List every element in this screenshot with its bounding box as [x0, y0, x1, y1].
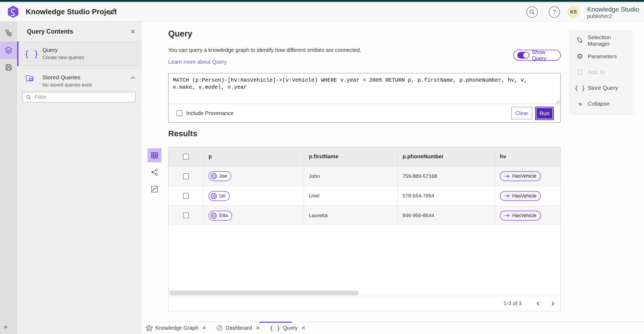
results-title: Results [168, 129, 197, 138]
entity-node-icon [211, 173, 217, 179]
close-tab-icon[interactable]: ✕ [202, 325, 206, 331]
hierarchy-icon [5, 29, 12, 37]
panel-item-label: Query [42, 47, 58, 53]
row-checkbox[interactable] [183, 213, 189, 218]
table-empty-area [169, 225, 560, 290]
relation-pill[interactable]: HasVehicle [500, 171, 541, 181]
query-textarea[interactable]: MATCH (p:Person)-[hv:HasVehicle]->(v:Veh… [169, 73, 560, 104]
chart-view-button[interactable] [148, 182, 162, 196]
horizontal-scrollbar[interactable] [169, 290, 560, 296]
menu-item-label: Store Query [588, 85, 618, 91]
scrollbar-thumb[interactable] [169, 290, 359, 295]
arrow-right-icon [504, 194, 510, 198]
prev-page-button[interactable] [533, 299, 543, 308]
search-button[interactable] [526, 6, 538, 18]
tab-knowledge-graph[interactable]: Knowledge Graph ✕ [146, 325, 206, 332]
cell-firstname: Uriel [304, 186, 397, 206]
entity-node-icon [211, 213, 217, 219]
collapse-section-chevron-up-icon[interactable] [130, 76, 136, 81]
table-footer: 1-3 of 3 [169, 296, 560, 311]
menu-item-label: Collapse [588, 100, 610, 107]
tab-label: Dashboard [226, 325, 252, 331]
entity-pill[interactable]: Etta [208, 211, 232, 221]
rail-item-layers[interactable] [0, 42, 17, 59]
panel-item-stored-queries[interactable]: Stored Queries No stored queries exist [17, 69, 142, 88]
toggle-switch[interactable] [517, 52, 529, 59]
menu-item-label: Add To [588, 69, 605, 76]
column-header-firstname[interactable]: p.firstName [304, 147, 397, 166]
add-to-button[interactable]: Add To [570, 65, 633, 79]
app-header: Knowledge Studio Project ? KS Knowledge … [0, 2, 644, 21]
tab-dashboard[interactable]: Dashboard ✕ [216, 325, 260, 332]
relation-pill[interactable]: HasVehicle [500, 211, 541, 221]
tab-label: Query [283, 325, 298, 331]
table-view-button[interactable] [148, 148, 162, 162]
edit-title-pencil-icon[interactable] [108, 8, 116, 16]
close-tab-icon[interactable]: ✕ [256, 325, 260, 331]
collapse-icon: » [578, 100, 581, 108]
column-header-hv[interactable]: hv [495, 147, 560, 166]
column-header-p[interactable]: p [203, 147, 304, 166]
avatar-initials: KS [570, 9, 577, 15]
select-all-checkbox[interactable] [183, 154, 189, 160]
results-view-toolbar [148, 148, 162, 196]
rail-item-hierarchy[interactable] [0, 24, 17, 42]
relation-label: HasVehicle [512, 173, 536, 179]
save-icon [5, 64, 12, 71]
rail-item-save[interactable] [0, 59, 17, 76]
question-mark-icon: ? [553, 9, 556, 16]
entity-pill[interactable]: Joe [208, 171, 231, 181]
chevron-right-icon [551, 301, 555, 306]
search-icon [26, 95, 31, 100]
layers-icon [5, 46, 13, 54]
show-query-toggle[interactable]: Show Query [513, 50, 561, 61]
selection-manager-icon [576, 37, 584, 44]
learn-more-link[interactable]: Learn more about Query [168, 59, 227, 65]
row-checkbox[interactable] [183, 173, 189, 179]
column-header-phonenumber[interactable]: p.phoneNumber [397, 147, 495, 166]
table-row: Joe John 759-889-57168 HasVehicle [169, 166, 560, 186]
query-editor-footer: Include Provenance Clear Run [169, 104, 560, 122]
panel-item-sublabel: Create new queries [42, 55, 84, 60]
panel-item-query[interactable]: { } Query Create new queries [17, 41, 142, 66]
app-logo [8, 6, 19, 18]
help-button[interactable]: ? [549, 6, 560, 18]
clear-button[interactable]: Clear [511, 107, 532, 119]
double-chevron-right-icon: » [4, 323, 7, 331]
entity-label: Etta [219, 213, 228, 218]
left-icon-rail: » [0, 21, 17, 334]
entity-pill[interactable]: Uri [208, 191, 230, 201]
results-table: p p.firstName p.phoneNumber hv Joe John … [168, 147, 561, 311]
relation-pill[interactable]: HasVehicle [500, 191, 541, 201]
row-checkbox[interactable] [183, 193, 189, 199]
filter-input[interactable] [31, 94, 135, 100]
graph-view-button[interactable] [148, 165, 162, 179]
user-avatar[interactable]: KS [568, 6, 580, 18]
braces-icon: { } [24, 49, 39, 59]
tab-query[interactable]: { } Query ✕ [270, 325, 306, 331]
cell-phonenumber: 846-956-8644 [397, 206, 495, 225]
parameters-button[interactable]: ⚙ Parameters [570, 49, 633, 63]
query-contents-panel: Query Contents { } Query Create new quer… [17, 21, 142, 334]
close-panel-button[interactable] [129, 28, 136, 35]
entity-node-icon [211, 193, 217, 199]
expand-rail-button[interactable]: » [0, 322, 17, 331]
chevron-left-icon [536, 301, 540, 306]
relation-label: HasVehicle [512, 213, 536, 218]
query-section-title: Query [168, 29, 192, 39]
chart-view-icon [151, 185, 158, 193]
user-block: Knowledge Studio publisher2 [587, 6, 639, 19]
main-content: Query You can query a knowledge graph to… [142, 21, 644, 322]
store-query-button[interactable]: { } Store Query [570, 81, 633, 95]
next-page-button[interactable] [548, 299, 558, 308]
run-button[interactable]: Run [536, 107, 553, 119]
selection-manager-button[interactable]: Selection Manager [570, 34, 633, 48]
close-tab-icon[interactable]: ✕ [301, 325, 306, 331]
stored-queries-folder-icon [25, 74, 35, 82]
include-provenance-checkbox[interactable] [177, 110, 182, 116]
relation-label: HasVehicle [512, 193, 536, 199]
add-to-icon [576, 69, 583, 76]
collapse-menu-button[interactable]: » Collapse [570, 97, 633, 111]
dashboard-gauge-icon [216, 325, 223, 332]
tab-label: Knowledge Graph [155, 325, 198, 331]
